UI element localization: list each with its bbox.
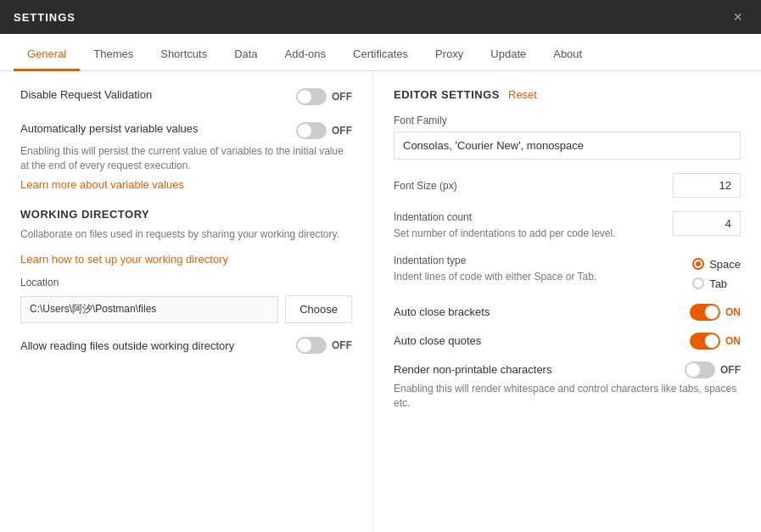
radio-label-space: Space <box>709 258 741 271</box>
indentation-count-input[interactable] <box>673 211 741 236</box>
working-directory-section: WORKING DIRECTORY Collaborate on files u… <box>20 208 352 324</box>
toggle-label-allow: OFF <box>332 339 352 351</box>
font-family-label: Font Family <box>394 115 741 126</box>
indentation-type-desc: Indent lines of code with either Space o… <box>394 270 692 284</box>
choose-button[interactable]: Choose <box>285 295 352 323</box>
auto-close-brackets-label: Auto close brackets <box>394 305 690 318</box>
tab-general[interactable]: General <box>14 39 80 71</box>
auto-close-brackets-row: Auto close brackets ON <box>394 304 741 321</box>
close-button[interactable]: × <box>728 6 747 28</box>
persist-variable-label: Automatically persist variable values <box>20 122 296 135</box>
allow-reading-toggle[interactable]: OFF <box>296 337 352 354</box>
allow-reading-row: Allow reading files outside working dire… <box>20 337 352 354</box>
window-title: SETTINGS <box>14 11 76 24</box>
toggle-thumb <box>298 90 311 104</box>
toggle-label-acq: ON <box>725 335 741 347</box>
font-family-group: Font Family <box>394 115 741 160</box>
tab-update[interactable]: Update <box>477 39 540 71</box>
tabs-bar: General Themes Shortcuts Data Add-ons Ce… <box>0 34 761 71</box>
allow-reading-label: Allow reading files outside working dire… <box>20 339 296 352</box>
indentation-count-label: Indentation count <box>394 211 673 223</box>
disable-request-validation-label: Disable Request Validation <box>20 88 296 101</box>
toggle-label: OFF <box>332 91 352 103</box>
editor-settings-header: EDITOR SETTINGS Reset <box>394 88 741 101</box>
working-directory-link[interactable]: Learn how to set up your working directo… <box>20 253 228 266</box>
location-input[interactable] <box>20 296 278 323</box>
location-label: Location <box>20 277 352 288</box>
settings-window: SETTINGS × General Themes Shortcuts Data… <box>0 0 761 532</box>
radio-tab[interactable]: Tab <box>692 277 741 290</box>
radio-dot-tab[interactable] <box>692 277 704 289</box>
toggle-track[interactable] <box>296 88 327 105</box>
titlebar: SETTINGS × <box>0 0 761 34</box>
render-non-printable-row: Render non-printable characters OFF Enab… <box>394 361 741 411</box>
toggle-label-rnp: OFF <box>720 364 741 376</box>
radio-space[interactable]: Space <box>692 258 741 271</box>
persist-variable-row: Automatically persist variable values OF… <box>20 122 352 191</box>
persist-variable-link[interactable]: Learn more about variable values <box>20 178 184 191</box>
indentation-count-row: Indentation count Set number of indentat… <box>394 211 741 241</box>
auto-close-brackets-toggle[interactable]: ON <box>690 304 741 321</box>
font-family-input[interactable] <box>394 132 741 160</box>
tab-addons[interactable]: Add-ons <box>271 39 339 71</box>
persist-variable-desc: Enabling this will persist the current v… <box>20 144 352 173</box>
toggle-thumb-acq <box>705 334 719 348</box>
location-row: Choose <box>20 295 352 323</box>
tab-proxy[interactable]: Proxy <box>422 39 477 71</box>
toggle-track-rnp[interactable] <box>685 361 715 378</box>
indentation-type-row: Indentation type Indent lines of code wi… <box>394 255 741 290</box>
indentation-count-desc: Set number of indentations to add per co… <box>394 227 673 241</box>
toggle-label-acb: ON <box>725 306 741 318</box>
right-panel: EDITOR SETTINGS Reset Font Family Font S… <box>373 71 761 532</box>
tab-certificates[interactable]: Certificates <box>339 39 422 71</box>
render-non-printable-desc: Enabling this will render whitespace and… <box>394 382 741 411</box>
toggle-thumb-allow <box>298 339 311 352</box>
tab-data[interactable]: Data <box>221 39 271 71</box>
indentation-type-options: Space Tab <box>692 258 741 290</box>
tab-themes[interactable]: Themes <box>80 39 147 71</box>
radio-label-tab: Tab <box>709 277 727 290</box>
working-directory-title: WORKING DIRECTORY <box>20 208 352 221</box>
auto-close-quotes-label: Auto close quotes <box>394 334 690 347</box>
toggle-track-acb[interactable] <box>690 304 720 321</box>
editor-settings-title: EDITOR SETTINGS <box>394 88 500 101</box>
left-panel: Disable Request Validation OFF Automatic… <box>0 71 373 532</box>
reset-link[interactable]: Reset <box>508 88 537 101</box>
toggle-track-persist[interactable] <box>296 122 327 139</box>
indentation-type-label: Indentation type <box>394 255 692 266</box>
disable-request-validation-row: Disable Request Validation OFF <box>20 88 352 105</box>
font-size-label: Font Size (px) <box>394 180 673 192</box>
tab-about[interactable]: About <box>540 39 596 71</box>
working-directory-desc: Collaborate on files used in requests by… <box>20 227 352 242</box>
content-area: Disable Request Validation OFF Automatic… <box>0 71 761 532</box>
render-non-printable-label: Render non-printable characters <box>394 363 685 376</box>
tab-shortcuts[interactable]: Shortcuts <box>147 39 221 71</box>
toggle-thumb-acb <box>705 305 719 319</box>
auto-close-quotes-toggle[interactable]: ON <box>690 333 741 350</box>
toggle-track-acq[interactable] <box>690 333 720 350</box>
disable-request-validation-toggle[interactable]: OFF <box>296 88 352 105</box>
toggle-label-persist: OFF <box>332 125 352 137</box>
font-size-row: Font Size (px) <box>394 173 741 198</box>
render-non-printable-toggle[interactable]: OFF <box>685 361 741 378</box>
toggle-thumb-persist <box>298 124 311 137</box>
persist-variable-toggle[interactable]: OFF <box>296 122 352 139</box>
font-size-input[interactable] <box>673 173 741 198</box>
auto-close-quotes-row: Auto close quotes ON <box>394 333 741 350</box>
radio-dot-space[interactable] <box>692 258 704 270</box>
toggle-thumb-rnp <box>686 363 700 377</box>
toggle-track-allow[interactable] <box>296 337 327 354</box>
